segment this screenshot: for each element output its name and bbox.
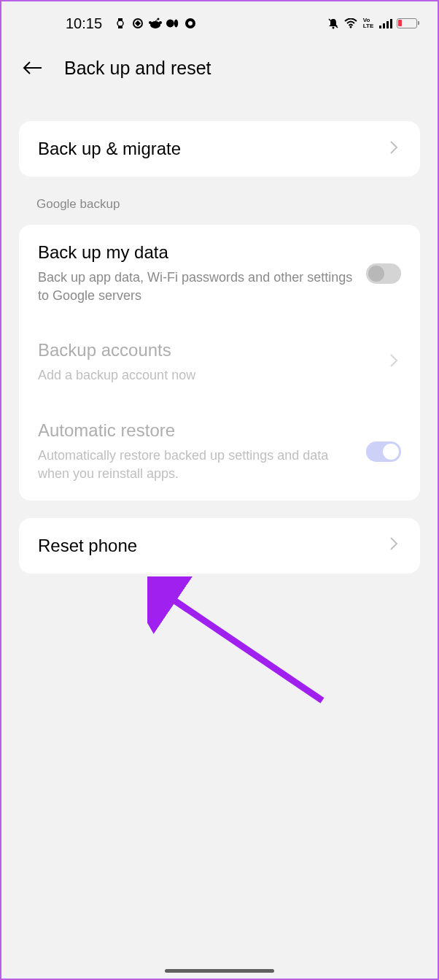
- backup-migrate-row[interactable]: Back up & migrate: [19, 121, 420, 177]
- svg-point-7: [159, 21, 162, 24]
- svg-point-14: [333, 27, 335, 29]
- medium-icon: [166, 17, 179, 30]
- reset-phone-row[interactable]: Reset phone: [19, 518, 420, 574]
- reset-phone-card: Reset phone: [19, 518, 420, 574]
- backup-accounts-subtitle: Add a backup account now: [38, 366, 378, 385]
- backup-my-data-row[interactable]: Back up my data Back up app data, Wi-Fi …: [19, 225, 420, 323]
- status-time: 10:15: [66, 15, 102, 32]
- circle-icon: [184, 17, 197, 30]
- backup-my-data-subtitle: Back up app data, Wi-Fi passwords and ot…: [38, 269, 354, 305]
- svg-point-5: [150, 21, 160, 28]
- google-backup-card: Back up my data Back up app data, Wi-Fi …: [19, 225, 420, 501]
- backup-my-data-toggle[interactable]: [366, 263, 401, 284]
- signal-icon: [379, 17, 392, 30]
- globe-icon: [131, 17, 144, 30]
- battery-level: [398, 20, 402, 26]
- automatic-restore-title: Automatic restore: [38, 420, 354, 441]
- svg-rect-18: [383, 23, 385, 28]
- svg-rect-17: [379, 26, 381, 28]
- svg-point-13: [188, 21, 193, 26]
- svg-point-1: [117, 20, 123, 26]
- backup-my-data-title: Back up my data: [38, 242, 354, 263]
- row-content: Back up & migrate: [38, 139, 389, 159]
- status-notification-icons: [114, 17, 197, 30]
- backup-migrate-title: Back up & migrate: [38, 139, 378, 159]
- volte-icon: VoLTE: [362, 17, 375, 30]
- chevron-right-icon: [389, 140, 401, 158]
- automatic-restore-row: Automatic restore Automatically restore …: [19, 403, 420, 501]
- reset-phone-title: Reset phone: [38, 536, 378, 556]
- back-button[interactable]: [22, 57, 44, 79]
- reddit-icon: [149, 17, 162, 30]
- svg-rect-19: [386, 21, 389, 28]
- page-header: Back up and reset: [1, 42, 438, 101]
- battery-icon: [397, 18, 417, 28]
- svg-rect-20: [390, 19, 392, 28]
- row-content: Back up my data Back up app data, Wi-Fi …: [38, 242, 366, 305]
- chevron-right-icon: [389, 536, 401, 555]
- svg-rect-2: [118, 26, 123, 28]
- annotation-arrow: [147, 576, 337, 718]
- backup-migrate-card: Back up & migrate: [19, 121, 420, 177]
- page-title: Back up and reset: [64, 58, 211, 79]
- watch-icon: [114, 17, 127, 30]
- svg-line-22: [165, 594, 322, 701]
- backup-accounts-title: Backup accounts: [38, 340, 378, 360]
- automatic-restore-toggle: [366, 441, 401, 462]
- svg-point-11: [174, 20, 178, 28]
- svg-point-10: [166, 20, 174, 28]
- bell-muted-icon: [327, 17, 340, 30]
- svg-line-9: [155, 19, 158, 21]
- svg-point-16: [350, 26, 352, 28]
- row-content: Backup accounts Add a backup account now: [38, 340, 389, 385]
- navigation-indicator[interactable]: [165, 969, 274, 973]
- row-content: Reset phone: [38, 536, 389, 556]
- automatic-restore-subtitle: Automatically restore backed up settings…: [38, 447, 354, 483]
- status-left: 10:15: [66, 15, 197, 32]
- svg-point-6: [149, 21, 152, 24]
- chevron-right-icon: [389, 353, 401, 371]
- row-content: Automatic restore Automatically restore …: [38, 420, 366, 483]
- google-backup-section-label: Google backup: [1, 177, 438, 225]
- wifi-icon: [344, 17, 357, 30]
- status-bar: 10:15 VoLTE: [1, 1, 438, 42]
- status-right: VoLTE: [327, 17, 417, 30]
- backup-accounts-row[interactable]: Backup accounts Add a backup account now: [19, 323, 420, 402]
